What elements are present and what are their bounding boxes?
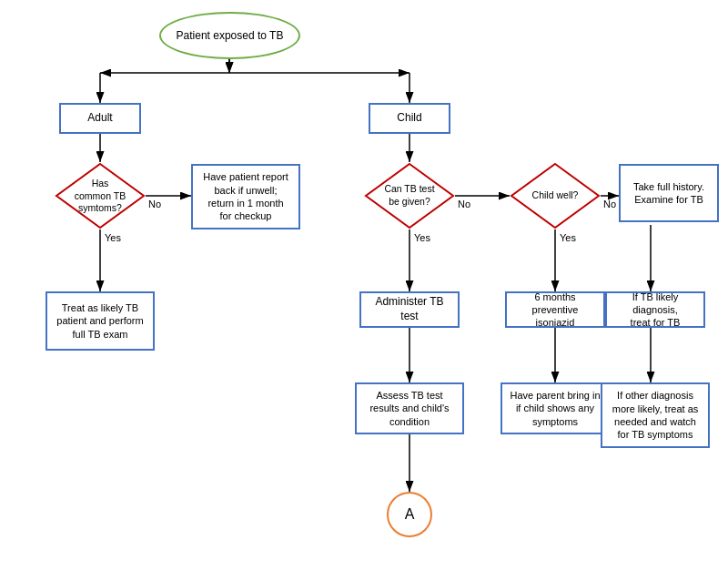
no1-label: No bbox=[148, 199, 161, 209]
other-diagnosis-node: If other diagnosis more likely, treat as… bbox=[601, 382, 710, 448]
connector-a-node: A bbox=[387, 492, 432, 537]
treat-adult-label: Treat as likely TB patient and perform f… bbox=[56, 301, 143, 341]
administer-label: Administer TB test bbox=[367, 295, 452, 323]
adult-label: Adult bbox=[87, 111, 112, 126]
diamond2-node: Can TB test be given? bbox=[364, 162, 455, 229]
assess-node: Assess TB test results and child's condi… bbox=[355, 382, 464, 434]
diamond3-label: Child well? bbox=[532, 189, 579, 200]
start-node: Patient exposed to TB bbox=[159, 12, 300, 59]
yes2-label: Yes bbox=[414, 232, 430, 243]
diamond3-node: Child well? bbox=[510, 162, 601, 229]
parent-bring-label: Have parent bring in if child shows any … bbox=[510, 389, 600, 428]
report-back-label: Have patient report back if unwell; retu… bbox=[203, 170, 288, 222]
child-label: Child bbox=[397, 111, 421, 126]
no3-label: No bbox=[603, 199, 616, 209]
preventive-node: 6 months preventive isoniazid bbox=[505, 291, 605, 328]
flowchart: Patient exposed to TB Adult Child Has co… bbox=[0, 0, 728, 581]
preventive-label: 6 months preventive isoniazid bbox=[512, 290, 598, 330]
start-label: Patient exposed to TB bbox=[177, 29, 284, 42]
diamond1-node: Has common TB symtoms? bbox=[55, 162, 146, 229]
full-history-label: Take full history. Examine for TB bbox=[633, 180, 704, 207]
administer-node: Administer TB test bbox=[359, 291, 460, 328]
report-back-node: Have patient report back if unwell; retu… bbox=[191, 164, 300, 229]
full-history-node: Take full history. Examine for TB bbox=[619, 164, 719, 222]
no2-label: No bbox=[458, 199, 470, 209]
yes3-label: Yes bbox=[560, 232, 576, 243]
yes1-label: Yes bbox=[105, 232, 121, 243]
treat-adult-node: Treat as likely TB patient and perform f… bbox=[46, 291, 155, 351]
child-node: Child bbox=[369, 103, 450, 134]
if-tb-likely-node: If TB likely diagnosis, treat for TB bbox=[605, 291, 705, 328]
diamond1-label: Has common TB symtoms? bbox=[75, 178, 126, 213]
other-diagnosis-label: If other diagnosis more likely, treat as… bbox=[612, 389, 699, 441]
assess-label: Assess TB test results and child's condi… bbox=[369, 389, 449, 428]
if-tb-likely-label: If TB likely diagnosis, treat for TB bbox=[612, 290, 698, 330]
adult-node: Adult bbox=[59, 103, 141, 134]
diamond2-label: Can TB test be given? bbox=[384, 183, 434, 207]
connector-a-label: A bbox=[405, 506, 415, 523]
parent-bring-node: Have parent bring in if child shows any … bbox=[500, 382, 610, 434]
